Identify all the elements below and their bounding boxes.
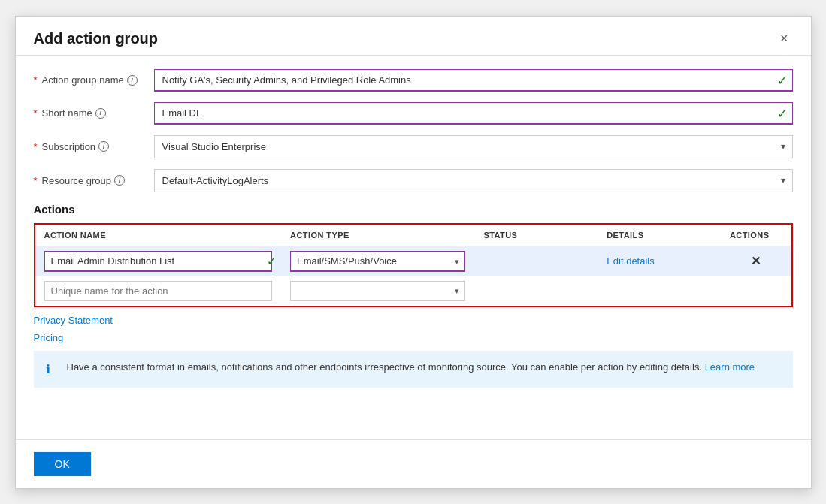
resource-group-field-wrapper: Default-ActivityLogAlerts ▾ xyxy=(154,169,793,192)
empty-actions-cell xyxy=(721,276,791,306)
subscription-row: * Subscription i Visual Studio Enterpris… xyxy=(34,135,793,158)
dialog-body: * Action group name i ✓ * Short name i ✓ xyxy=(16,56,811,439)
dialog-header: Add action group × xyxy=(16,17,811,56)
required-star: * xyxy=(34,74,38,86)
resource-group-row: * Resource group i Default-ActivityLogAl… xyxy=(34,169,793,192)
info-banner-icon: ℹ xyxy=(46,361,59,379)
short-name-check-icon: ✓ xyxy=(777,106,787,120)
learn-more-link[interactable]: Learn more xyxy=(705,361,755,373)
empty-action-type-select-wrapper: ▾ xyxy=(290,281,465,301)
short-name-info-icon[interactable]: i xyxy=(95,108,106,119)
empty-action-name-input[interactable] xyxy=(44,281,273,301)
dialog-footer: OK xyxy=(16,439,811,488)
action-group-name-input[interactable] xyxy=(154,69,793,92)
info-banner: ℹ Have a consistent format in emails, no… xyxy=(34,351,793,388)
table-header-row: ACTION NAME ACTION TYPE STATUS DETAILS A… xyxy=(35,225,791,246)
status-cell xyxy=(474,246,598,276)
actions-cell: ✕ xyxy=(721,246,791,276)
subscription-select[interactable]: Visual Studio Enterprise xyxy=(154,135,793,158)
action-type-select-filled[interactable]: Email/SMS/Push/Voice xyxy=(290,251,465,272)
resource-group-info-icon[interactable]: i xyxy=(114,175,125,186)
dialog-title: Add action group xyxy=(34,30,159,47)
table-row: ✓ Email/SMS/Push/Voice ▾ xyxy=(35,246,791,276)
short-name-field-wrapper: ✓ xyxy=(154,102,793,125)
required-star-2: * xyxy=(34,107,38,119)
pricing-link[interactable]: Pricing xyxy=(34,332,793,343)
table-row-empty: ▾ xyxy=(35,276,791,306)
col-status: STATUS xyxy=(474,225,598,246)
action-name-input-filled[interactable] xyxy=(44,251,273,272)
action-group-name-check-icon: ✓ xyxy=(777,73,787,87)
actions-table: ACTION NAME ACTION TYPE STATUS DETAILS A… xyxy=(35,225,791,306)
empty-action-type-cell: ▾ xyxy=(281,276,474,306)
resource-group-label: * Resource group i xyxy=(34,175,154,186)
action-type-select-wrapper: Email/SMS/Push/Voice ▾ xyxy=(290,251,465,272)
required-star-4: * xyxy=(34,175,38,186)
ok-button[interactable]: OK xyxy=(34,452,91,476)
edit-details-link[interactable]: Edit details xyxy=(607,255,655,267)
required-star-3: * xyxy=(34,141,38,152)
col-actions: ACTIONS xyxy=(721,225,791,246)
col-action-type: ACTION TYPE xyxy=(281,225,474,246)
short-name-input[interactable] xyxy=(154,102,793,125)
info-banner-text: Have a consistent format in emails, noti… xyxy=(67,360,755,375)
actions-table-wrapper: ACTION NAME ACTION TYPE STATUS DETAILS A… xyxy=(34,223,793,307)
col-action-name: ACTION NAME xyxy=(35,225,282,246)
links-section: Privacy Statement Pricing xyxy=(34,315,793,343)
action-type-cell: Email/SMS/Push/Voice ▾ xyxy=(281,246,474,276)
subscription-info-icon[interactable]: i xyxy=(98,141,109,152)
col-details: DETAILS xyxy=(598,225,721,246)
empty-status-cell xyxy=(474,276,598,306)
short-name-label: * Short name i xyxy=(34,107,154,119)
delete-action-button[interactable]: ✕ xyxy=(746,252,765,270)
close-button[interactable]: × xyxy=(776,30,793,47)
short-name-row: * Short name i ✓ xyxy=(34,102,793,125)
empty-action-type-select[interactable] xyxy=(290,281,465,301)
action-group-name-label: * Action group name i xyxy=(34,74,154,86)
action-group-name-info-icon[interactable]: i xyxy=(127,75,138,86)
empty-action-name-cell xyxy=(35,276,282,306)
action-group-name-field-wrapper: ✓ xyxy=(154,69,793,92)
actions-section-title: Actions xyxy=(34,203,793,216)
empty-details-cell xyxy=(598,276,721,306)
action-name-cell: ✓ xyxy=(35,246,282,276)
subscription-label: * Subscription i xyxy=(34,141,154,152)
resource-group-select[interactable]: Default-ActivityLogAlerts xyxy=(154,169,793,192)
action-group-name-row: * Action group name i ✓ xyxy=(34,69,793,92)
add-action-group-dialog: Add action group × * Action group name i… xyxy=(15,16,812,489)
subscription-field-wrapper: Visual Studio Enterprise ▾ xyxy=(154,135,793,158)
privacy-statement-link[interactable]: Privacy Statement xyxy=(34,315,793,326)
details-cell: Edit details xyxy=(598,246,721,276)
